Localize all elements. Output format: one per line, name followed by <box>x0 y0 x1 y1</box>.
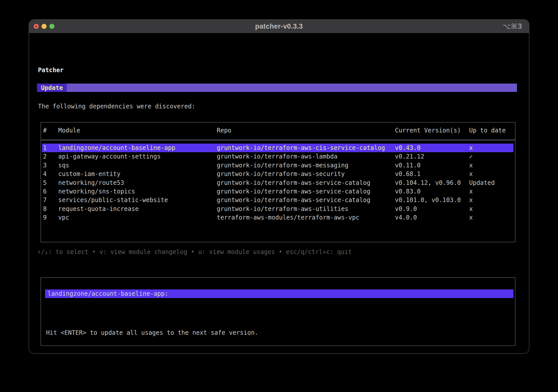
instruction-enter: Hit <ENTER> to update all usages to the … <box>46 328 342 337</box>
table-row[interactable]: 5 networking/route53 gruntwork-io/terraf… <box>42 179 513 187</box>
row-status: x <box>469 144 513 152</box>
row-module: networking/sns-topics <box>58 187 217 196</box>
traffic-lights <box>34 20 54 33</box>
row-versions: v4.0.0 <box>395 213 469 222</box>
row-number: 2 <box>43 152 58 161</box>
row-repo: gruntwork-io/terraform-aws-messaging <box>217 161 395 170</box>
keyboard-help-line: ↑/↓: to select • v: view module changelo… <box>37 248 352 256</box>
row-number: 6 <box>43 187 58 196</box>
row-repo: gruntwork-io/terraform-aws-cis-service-c… <box>217 144 395 152</box>
selected-module-panel: landingzone/account-baseline-app: Hit <E… <box>41 277 515 346</box>
row-status: x <box>469 187 513 196</box>
selected-module-header: landingzone/account-baseline-app: <box>45 289 513 298</box>
window-shortcut-hint: ⌥⌘3 <box>503 20 522 33</box>
selected-module-instructions: Hit <ENTER> to update all usages to the … <box>46 311 342 354</box>
row-module: api-gateway-account-settings <box>58 152 217 161</box>
row-module: request-quota-increase <box>58 205 217 213</box>
close-button[interactable] <box>34 24 39 29</box>
row-versions: v0.21.12 <box>395 152 469 161</box>
row-versions: v0.43.0 <box>395 144 469 152</box>
row-number: 7 <box>43 196 58 204</box>
app-window: patcher-v0.3.3 ⌥⌘3 Patcher Update The fo… <box>29 19 529 354</box>
table-row[interactable]: 1 landingzone/account-baseline-app grunt… <box>42 144 513 152</box>
row-status: x <box>469 196 513 204</box>
row-versions: v0.104.12, v0.96.0 <box>395 179 469 187</box>
tab-update[interactable]: Update <box>37 84 67 92</box>
table-rows: 1 landingzone/account-baseline-app grunt… <box>41 140 515 222</box>
screen-background: patcher-v0.3.3 ⌥⌘3 Patcher Update The fo… <box>0 0 558 392</box>
row-status: x <box>469 213 513 222</box>
row-status: Updated <box>469 179 513 187</box>
row-repo: gruntwork-io/terraform-aws-utilities <box>217 205 395 213</box>
table-row[interactable]: 3 sqs gruntwork-io/terraform-aws-messagi… <box>42 161 513 170</box>
col-header-uptodate: Up to date <box>469 126 513 135</box>
table-row[interactable]: 7 services/public-static-website gruntwo… <box>42 196 513 204</box>
row-module: services/public-static-website <box>58 196 217 204</box>
window-title: patcher-v0.3.3 <box>255 23 303 30</box>
row-versions: v0.9.0 <box>395 205 469 213</box>
row-module: networking/route53 <box>58 179 217 187</box>
table-row[interactable]: 2 api-gateway-account-settings gruntwork… <box>42 152 513 161</box>
table-row[interactable]: 6 networking/sns-topics gruntwork-io/ter… <box>42 187 513 196</box>
window-titlebar[interactable]: patcher-v0.3.3 ⌥⌘3 <box>29 20 529 33</box>
intro-text: The following dependencies were discover… <box>38 102 195 111</box>
col-header-versions: Current Version(s) <box>395 126 469 135</box>
minimize-button[interactable] <box>42 24 47 29</box>
table-header: # Module Repo Current Version(s) Up to d… <box>41 126 515 140</box>
row-module: landingzone/account-baseline-app <box>58 144 217 152</box>
row-repo: gruntwork-io/terraform-aws-service-catal… <box>217 179 395 187</box>
table-row[interactable]: 8 request-quota-increase gruntwork-io/te… <box>42 205 513 213</box>
dependencies-table: # Module Repo Current Version(s) Up to d… <box>41 122 515 242</box>
row-repo: gruntwork-io/terraform-aws-lambda <box>217 152 395 161</box>
row-versions: v0.68.1 <box>395 170 469 178</box>
row-versions: v0.11.0 <box>395 161 469 170</box>
row-module: vpc <box>58 213 217 222</box>
row-versions: v0.101.0, v0.103.0 <box>395 196 469 204</box>
terminal-content: Patcher Update The following dependencie… <box>29 33 529 353</box>
row-status: x <box>469 170 513 178</box>
row-status: x <box>469 161 513 170</box>
zoom-button[interactable] <box>49 24 54 29</box>
page-title: Patcher <box>38 66 64 74</box>
col-header-repo: Repo <box>217 126 395 135</box>
row-status: x <box>469 205 513 213</box>
col-header-num: # <box>43 126 58 135</box>
col-header-module: Module <box>58 126 217 135</box>
row-versions: v0.83.0 <box>395 187 469 196</box>
row-module: custom-iam-entity <box>58 170 217 178</box>
row-number: 1 <box>43 144 58 152</box>
row-number: 4 <box>43 170 58 178</box>
table-row[interactable]: 4 custom-iam-entity gruntwork-io/terrafo… <box>42 170 513 178</box>
row-number: 3 <box>43 161 58 170</box>
row-repo: terraform-aws-modules/terraform-aws-vpc <box>217 213 395 222</box>
row-number: 9 <box>43 213 58 222</box>
row-repo: gruntwork-io/terraform-aws-service-catal… <box>217 196 395 204</box>
row-module: sqs <box>58 161 217 170</box>
update-tab-bar: Update <box>37 84 517 92</box>
row-repo: gruntwork-io/terraform-aws-service-catal… <box>217 187 395 196</box>
row-status: ✓ <box>469 152 513 161</box>
row-number: 5 <box>43 179 58 187</box>
row-number: 8 <box>43 205 58 213</box>
table-row[interactable]: 9 vpc terraform-aws-modules/terraform-aw… <box>42 213 513 222</box>
row-repo: gruntwork-io/terraform-aws-security <box>217 170 395 178</box>
